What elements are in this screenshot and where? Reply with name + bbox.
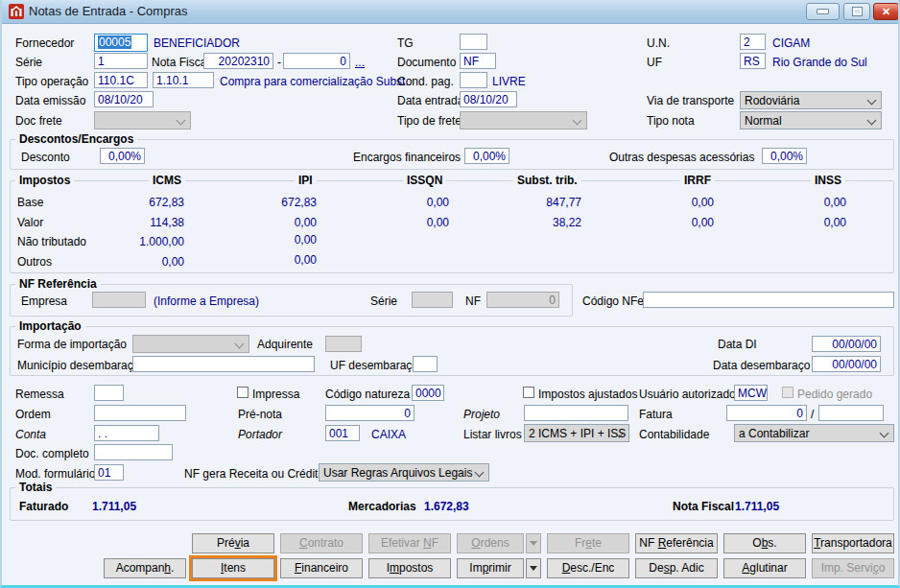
minimize-button[interactable] [806, 3, 840, 20]
doc-frete-select [94, 111, 191, 129]
nf-ref-nf-label: NF [465, 294, 481, 308]
usuario-autorizado-input[interactable]: MCW [734, 385, 768, 401]
impostos-cell: 0,00 [361, 216, 449, 229]
codigo-natureza-input[interactable]: 0000 [412, 385, 444, 401]
data-di-label: Data DI [718, 338, 757, 351]
documento-input[interactable]: NF [460, 53, 496, 69]
codigo-nfe-input[interactable] [643, 292, 894, 308]
maximize-button[interactable] [843, 3, 870, 20]
impostos-cell: 0,00 [228, 233, 317, 247]
desp-adic-button[interactable]: Desp. Adic [635, 558, 718, 578]
via-transporte-select[interactable]: Rodoviária [740, 91, 882, 109]
notas-entrada-window: Notas de Entrada - Compras ✕ Fornecedor … [0, 0, 900, 588]
nota-fiscal-seq-input[interactable]: 0 [283, 53, 350, 69]
nota-fiscal-total-value: 1.711,05 [735, 500, 779, 513]
municipio-desembaraco-input[interactable] [132, 356, 315, 372]
tipo-nota-label: Tipo nota [647, 114, 695, 128]
nota-fiscal-input[interactable]: 20202310 [203, 53, 273, 69]
cond-pag-input[interactable] [460, 72, 487, 88]
cond-pag-label: Cond. pag. [397, 75, 454, 88]
fatura-input-2[interactable] [818, 405, 884, 421]
projeto-input[interactable] [524, 405, 628, 421]
contabilidade-select[interactable]: a Contabilizar [734, 424, 894, 442]
nf-referencia-button[interactable]: NF Referência [635, 533, 718, 553]
un-label: U.N. [647, 36, 670, 50]
imprimir-dropdown-button[interactable] [526, 558, 541, 578]
tg-input[interactable] [460, 34, 487, 50]
mod-formulario-input[interactable]: 01 [94, 464, 124, 481]
outras-despesas-input[interactable]: 0,00% [762, 148, 807, 164]
portador-name: CAIXA [371, 428, 406, 441]
encargos-input[interactable]: 0,00% [464, 148, 509, 164]
app-icon [9, 4, 24, 19]
impostos-cell: 1.000,00 [96, 235, 184, 248]
pre-nota-input[interactable]: 0 [325, 405, 414, 421]
transportadora-button[interactable]: Transportadora [812, 533, 894, 553]
empresa-hint: (Informe a Empresa) [154, 294, 259, 308]
remessa-input[interactable] [94, 385, 124, 401]
data-di-input[interactable]: 00/00/00 [812, 336, 881, 352]
fatura-input[interactable]: 0 [726, 405, 807, 421]
listar-livros-select[interactable]: 2 ICMS + IPI + ISS [524, 424, 629, 442]
tipo-nota-value: Normal [745, 114, 782, 128]
ordens-dropdown-button [526, 533, 541, 553]
uf-input[interactable]: RS [740, 53, 766, 69]
window-title: Notas de Entrada - Compras [29, 4, 187, 18]
contabilidade-label: Contabilidade [639, 428, 709, 441]
tipo-nota-select[interactable]: Normal [740, 111, 882, 129]
aglutinar-button[interactable]: Aglutinar [723, 558, 806, 578]
conta-input[interactable]: . . [94, 425, 159, 441]
serie-label: Série [15, 56, 42, 69]
uf-desembaraco-label: UF desembaraço [330, 359, 418, 372]
financeiro-button[interactable]: Financeiro [280, 558, 363, 578]
previa-button[interactable]: Prévia [192, 533, 274, 553]
impressa-checkbox[interactable] [237, 387, 249, 398]
tipo-operacao-cfop-input[interactable]: 1.10.1 [153, 72, 214, 88]
tipo-operacao-code-input[interactable]: 110.1C [94, 72, 148, 88]
desc-enc-button[interactable]: Desc./Enc [547, 558, 629, 578]
nota-fiscal-label: Nota Fiscal [152, 56, 209, 69]
pedido-gerado-checkbox [782, 387, 793, 398]
impostos-cell: 0,00 [758, 196, 846, 209]
uf-desembaraco-input[interactable] [413, 356, 438, 372]
data-entrada-label: Data entrada [397, 94, 463, 107]
serie-input[interactable]: 1 [94, 53, 148, 69]
chevron-down-icon [475, 468, 485, 478]
data-entrada-input[interactable]: 08/10/20 [460, 91, 517, 107]
acompanh-button[interactable]: Acompanh. [104, 558, 186, 578]
desconto-input[interactable]: 0,00% [100, 148, 145, 164]
un-input[interactable]: 2 [740, 34, 766, 50]
nf-gera-select[interactable]: Usar Regras Arquivos Legais [319, 463, 489, 482]
pedido-gerado-label: Pedido gerado [797, 388, 872, 401]
nf-ref-nf-input: 0 [486, 292, 559, 308]
data-emissao-input[interactable]: 08/10/20 [94, 91, 154, 107]
imprimir-button[interactable]: Imprimir [457, 558, 524, 578]
impostos-button[interactable]: Impostos [368, 558, 451, 578]
doc-frete-label: Doc frete [15, 114, 62, 128]
data-desembaraco-label: Data desembaraço [713, 359, 810, 372]
close-button[interactable]: ✕ [873, 3, 899, 20]
nf-ref-serie-input [412, 292, 453, 308]
doc-completo-input[interactable] [94, 444, 173, 460]
nf-ref-serie-label: Série [370, 294, 397, 308]
impostos-ajustados-checkbox[interactable] [523, 387, 534, 398]
impostos-col-subst: Subst. trib. [513, 174, 581, 187]
itens-button[interactable]: Itens [192, 558, 274, 578]
nf-gera-value: Usar Regras Arquivos Legais [323, 466, 472, 480]
tg-label: TG [397, 36, 414, 50]
via-transporte-value: Rodoviária [745, 94, 799, 107]
ordem-input[interactable] [94, 405, 186, 421]
ordens-button: Ordens [457, 533, 524, 553]
obs-button[interactable]: Obs. [723, 533, 806, 553]
faturado-label: Faturado [19, 500, 68, 513]
portador-input[interactable]: 001 [325, 425, 360, 441]
un-name: CIGAM [772, 36, 810, 50]
encargos-label: Encargos financeiros [353, 151, 461, 164]
more-button[interactable]: ... [355, 56, 365, 69]
usuario-autorizado-label: Usuário autorizado [639, 388, 736, 401]
fornecedor-input[interactable]: 00005 [94, 34, 148, 52]
efetivar-nf-button: Efetivar NF [368, 533, 451, 553]
data-desembaraco-input[interactable]: 00/00/00 [812, 356, 881, 372]
cond-pag-name: LIVRE [492, 75, 526, 88]
impostos-col-issqn: ISSQN [403, 174, 446, 187]
